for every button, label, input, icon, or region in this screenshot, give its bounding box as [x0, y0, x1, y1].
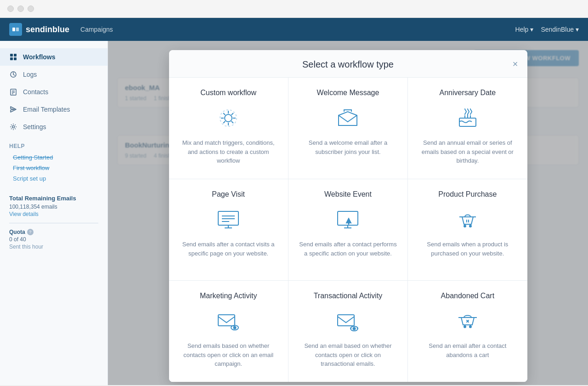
card-title-custom: Custom workflow	[200, 89, 256, 97]
card-title-marketing: Marketing Activity	[200, 292, 257, 300]
window-maximize-btn[interactable]	[28, 6, 34, 12]
sidebar: Workflows Logs	[0, 41, 108, 385]
contacts-icon	[9, 88, 17, 96]
workflow-card-custom[interactable]: Custom workflow Mix and match triggers, …	[169, 78, 288, 179]
svg-rect-3	[14, 54, 17, 57]
window-close-btn[interactable]	[7, 6, 14, 12]
card-desc-page-visit: Send emails after a contact visits a spe…	[178, 240, 279, 258]
svg-line-30	[351, 328, 351, 329]
basket-x-icon	[454, 307, 481, 335]
help-link-getting-started[interactable]: Getting Started	[0, 152, 107, 163]
workflow-card-anniversary[interactable]: Anniversary Date	[408, 78, 527, 179]
basket-icon	[454, 206, 481, 233]
window-minimize-btn[interactable]	[17, 6, 24, 12]
card-title-page-visit: Page Visit	[212, 190, 245, 199]
card-title-product-purchase: Product Purchase	[438, 190, 497, 199]
quota-val: 0 of 40	[9, 236, 98, 243]
help-menu[interactable]: Help ▾	[515, 26, 534, 33]
card-title-transactional: Transactional Activity	[314, 292, 383, 300]
sidebar-email-templates-label: Email Templates	[23, 106, 70, 113]
svg-point-33	[469, 326, 471, 328]
svg-point-26	[234, 327, 236, 329]
card-desc-anniversary: Send an annual email or series of emails…	[417, 138, 518, 165]
quota-info-icon[interactable]: ?	[27, 229, 34, 235]
content-area: CREATE A NEW WORKFLOW ebook_MA 1 started…	[108, 41, 588, 385]
modal-header: Select a workflow type ×	[169, 50, 527, 78]
svg-rect-0	[12, 28, 15, 31]
nav-campaigns[interactable]: Campaigns	[80, 26, 113, 33]
help-link-script-setup[interactable]: Script set up	[0, 173, 107, 184]
logo-icon	[9, 23, 22, 36]
sidebar-settings-label: Settings	[23, 123, 46, 131]
card-desc-custom: Mix and match triggers, conditions, and …	[178, 138, 279, 165]
sidebar-contacts-label: Contacts	[23, 88, 48, 96]
account-menu[interactable]: SendinBlue ▾	[541, 26, 579, 33]
svg-point-29	[353, 328, 356, 330]
svg-rect-5	[14, 57, 17, 60]
sidebar-item-settings[interactable]: Settings	[0, 118, 107, 136]
send-icon	[9, 105, 17, 114]
svg-rect-1	[16, 28, 19, 31]
svg-point-20	[464, 225, 466, 227]
envelope-eye-icon	[215, 307, 242, 335]
svg-point-11	[12, 126, 15, 128]
grid-icon	[9, 53, 17, 61]
sidebar-quota-section: Total Remaining Emails 100,118,354 email…	[0, 187, 107, 257]
sidebar-help-section: Help	[0, 136, 107, 152]
envelope-eye-2-icon	[334, 307, 362, 335]
workflow-card-page-visit[interactable]: Page Visit Send emails afte	[169, 179, 288, 280]
nav-right: Help ▾ SendinBlue ▾	[515, 26, 579, 33]
logo: sendinblue	[9, 23, 69, 36]
cake-icon	[454, 104, 481, 132]
svg-point-32	[464, 326, 466, 328]
envelope-open-icon	[334, 104, 362, 132]
card-title-welcome: Welcome Message	[317, 89, 379, 97]
svg-rect-4	[10, 57, 13, 60]
workflow-card-abandoned-cart[interactable]: Abandoned Cart	[408, 281, 527, 382]
workflow-card-marketing[interactable]: Marketing Activity Send emails based on …	[169, 281, 288, 382]
svg-line-31	[357, 328, 358, 329]
sidebar-item-workflows[interactable]: Workflows	[0, 48, 107, 66]
logo-text: sendinblue	[26, 25, 69, 34]
top-nav: sendinblue Campaigns Help ▾ SendinBlue ▾	[0, 18, 588, 41]
modal-title: Select a workflow type	[302, 59, 394, 70]
monitor-cursor-icon	[334, 206, 362, 233]
modal-overlay: Select a workflow type × Custom workflow	[108, 41, 588, 385]
card-title-abandoned-cart: Abandoned Cart	[441, 292, 495, 300]
card-desc-abandoned-cart: Send an email after a contact abandons a…	[417, 341, 518, 359]
workflow-card-transactional[interactable]: Transactional Activity	[288, 281, 407, 382]
card-desc-marketing: Send emails based on whether contacts op…	[178, 341, 279, 369]
card-desc-product-purchase: Send emails when a product is purchased …	[417, 240, 518, 258]
app-shell: sendinblue Campaigns Help ▾ SendinBlue ▾	[0, 18, 588, 385]
quota-label: Quota	[9, 229, 25, 235]
svg-rect-24	[218, 315, 235, 326]
gear-icon	[9, 123, 17, 131]
quota-value: 100,118,354 emails	[9, 204, 98, 210]
workflow-card-website-event[interactable]: Website Event Send emails after a contac…	[288, 179, 407, 280]
quota-info: Quota ?	[9, 229, 98, 235]
window-chrome	[0, 0, 588, 18]
card-title-website-event: Website Event	[324, 190, 372, 199]
help-link-first-workflow[interactable]: First workflow	[0, 163, 107, 173]
workflow-card-product-purchase[interactable]: Product Purchase	[408, 179, 527, 280]
main-area: Workflows Logs	[0, 41, 588, 385]
sidebar-logs-label: Logs	[23, 71, 37, 78]
quota-title: Total Remaining Emails	[9, 195, 98, 202]
quota-divider	[9, 223, 98, 223]
workflow-card-welcome[interactable]: Welcome Message Send a welcome email aft…	[288, 78, 407, 179]
monitor-text-icon	[215, 206, 242, 233]
sidebar-item-contacts[interactable]: Contacts	[0, 83, 107, 101]
svg-point-12	[225, 114, 232, 122]
sidebar-item-email-templates[interactable]: Email Templates	[0, 101, 107, 118]
card-desc-transactional: Send an email based on whether contacts …	[298, 341, 398, 369]
card-desc-welcome: Send a welcome email after a subscriber …	[298, 138, 398, 156]
workflow-type-modal: Select a workflow type × Custom workflow	[169, 50, 527, 382]
sidebar-item-logs[interactable]: Logs	[0, 66, 107, 83]
quota-view-details[interactable]: View details	[9, 211, 98, 217]
clock-icon	[9, 70, 17, 79]
sidebar-workflows-label: Workflows	[23, 53, 56, 61]
card-title-anniversary: Anniversary Date	[439, 89, 496, 97]
modal-close-button[interactable]: ×	[513, 59, 518, 68]
gear-workflow-icon	[215, 104, 242, 132]
quota-sent: Sent this hour	[9, 244, 98, 250]
